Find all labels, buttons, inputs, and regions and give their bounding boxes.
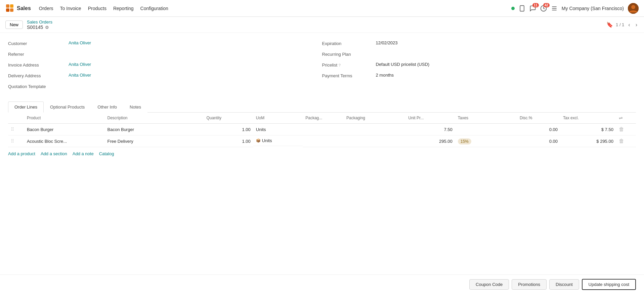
th-tax-excl: Tax excl.	[560, 113, 616, 124]
th-packaging1: Packag...	[303, 113, 344, 124]
pricelist-row: Pricelist ? Default USD pricelist (USD)	[322, 60, 636, 71]
customer-value[interactable]: Anita Oliver	[69, 40, 91, 45]
th-uom: UoM	[253, 113, 303, 124]
tab-order-lines[interactable]: Order Lines	[8, 101, 44, 113]
row2-tax-excl: $ 295.00	[560, 135, 616, 147]
settings-icon-btn[interactable]	[551, 5, 558, 12]
payment-terms-value[interactable]: 2 months	[376, 73, 394, 78]
pricelist-value[interactable]: Default USD pricelist (USD)	[376, 62, 430, 67]
tab-optional-products[interactable]: Optional Products	[44, 101, 91, 113]
expiration-value[interactable]: 12/02/2023	[376, 40, 398, 45]
row2-packaging1	[303, 135, 344, 147]
row1-quantity[interactable]: 1.00	[204, 124, 253, 135]
delivery-address-label: Delivery Address	[8, 73, 69, 78]
tab-notes[interactable]: Notes	[123, 101, 147, 113]
record-settings-icon[interactable]: ⚙	[45, 25, 49, 30]
breadcrumb-link[interactable]: Sales Orders	[27, 19, 52, 25]
app-logo[interactable]: Sales	[5, 4, 31, 13]
recurring-plan-row: Recurring Plan	[322, 49, 636, 60]
form-grid: Customer Anita Oliver Referrer Invoice A…	[8, 38, 636, 92]
svg-rect-0	[6, 4, 9, 8]
chat-icon-btn[interactable]: 11	[529, 5, 536, 12]
order-lines-table-container: Product Description Quantity UoM Packag.…	[0, 113, 644, 147]
new-button[interactable]: New	[5, 20, 23, 29]
activity-icon-btn[interactable]: 42	[540, 5, 547, 12]
settings-icon	[551, 5, 558, 12]
delivery-address-value[interactable]: Anita Oliver	[69, 73, 91, 78]
th-taxes: Taxes	[455, 113, 517, 124]
prev-record-button[interactable]: ‹	[627, 21, 631, 29]
row2-drag[interactable]: ⠿	[8, 135, 24, 147]
row2-quantity[interactable]: 1.00	[204, 135, 253, 147]
form-area: Customer Anita Oliver Referrer Invoice A…	[0, 33, 644, 97]
nav-to-invoice[interactable]: To Invoice	[60, 4, 81, 12]
referrer-label: Referrer	[8, 51, 69, 57]
chat-badge: 11	[532, 3, 539, 7]
row1-delete-button[interactable]: 🗑	[619, 126, 624, 132]
avatar[interactable]	[628, 3, 639, 14]
row1-drag[interactable]: ⠿	[8, 124, 24, 135]
svg-rect-2	[6, 8, 9, 12]
payment-terms-label: Payment Terms	[322, 73, 376, 78]
row2-delete[interactable]: 🗑	[616, 135, 636, 147]
row1-taxes	[455, 124, 517, 135]
payment-terms-row: Payment Terms 2 months	[322, 71, 636, 81]
row1-delete[interactable]: 🗑	[616, 124, 636, 135]
tab-other-info[interactable]: Other Info	[91, 101, 123, 113]
catalog-link[interactable]: Catalog	[99, 151, 114, 156]
row1-product[interactable]: Bacon Burger	[24, 124, 105, 135]
row2-delete-button[interactable]: 🗑	[619, 138, 624, 144]
row2-taxes: 15%	[455, 135, 517, 147]
add-section-link[interactable]: Add a section	[41, 151, 67, 156]
row1-disc[interactable]: 0.00	[517, 124, 560, 135]
pricelist-label: Pricelist ?	[322, 62, 376, 68]
logo-icon	[5, 4, 15, 13]
row2-uom[interactable]: 📦 Units	[253, 135, 303, 146]
row1-packaging1	[303, 124, 344, 135]
customer-label: Customer	[8, 40, 69, 46]
phone-icon-btn[interactable]	[519, 5, 525, 12]
bookmark-icon[interactable]: 🔖	[606, 22, 613, 28]
page-header: New Sales Orders S00145 ⚙ 🔖 1 / 1 ‹ ›	[0, 17, 644, 33]
row1-description[interactable]: Bacon Burger	[105, 124, 204, 135]
page-navigation: 🔖 1 / 1 ‹ ›	[606, 21, 639, 29]
table-row: ⠿ Acoustic Bloc Scre... Free Delivery 1.…	[8, 135, 636, 147]
invoice-address-value[interactable]: Anita Oliver	[69, 62, 91, 67]
svg-point-11	[631, 5, 635, 9]
row2-disc[interactable]: 0.00	[517, 135, 560, 147]
drag-handle-icon[interactable]: ⠿	[11, 127, 14, 132]
tabs: Order Lines Optional Products Other Info…	[8, 101, 636, 113]
row2-product[interactable]: Acoustic Bloc Scre...	[24, 135, 105, 147]
invoice-address-label: Invoice Address	[8, 62, 69, 68]
row2-description[interactable]: Free Delivery	[105, 135, 204, 147]
form-section-left: Customer Anita Oliver Referrer Invoice A…	[8, 38, 322, 92]
row2-unit-price[interactable]: 295.00	[405, 135, 455, 147]
nav-reporting[interactable]: Reporting	[113, 4, 134, 12]
packaging-icon: 📦	[256, 138, 261, 143]
expiration-label: Expiration	[322, 40, 376, 46]
row1-packaging2	[344, 124, 405, 135]
nav-products[interactable]: Products	[88, 4, 106, 12]
table-row: ⠿ Bacon Burger Bacon Burger 1.00 Units 7…	[8, 124, 636, 135]
nav-configuration[interactable]: Configuration	[140, 4, 168, 12]
company-name: My Company (San Francisco)	[562, 6, 624, 11]
quotation-template-row: Quotation Template	[8, 81, 322, 92]
expiration-row: Expiration 12/02/2023	[322, 38, 636, 49]
tax-badge: 15%	[458, 138, 471, 144]
nav-orders[interactable]: Orders	[39, 4, 53, 12]
add-product-link[interactable]: Add a product	[8, 151, 35, 156]
next-record-button[interactable]: ›	[634, 21, 639, 29]
svg-rect-1	[10, 4, 13, 8]
row1-unit-price[interactable]: 7.50	[405, 124, 455, 135]
add-links-row: Add a product Add a section Add a note C…	[0, 147, 644, 160]
drag-handle-icon[interactable]: ⠿	[11, 138, 14, 144]
th-disc: Disc.%	[517, 113, 560, 124]
add-note-link[interactable]: Add a note	[73, 151, 94, 156]
status-dot-icon	[511, 7, 515, 10]
column-adjust-icon[interactable]: ⇌	[619, 115, 623, 121]
pricelist-help-icon[interactable]: ?	[339, 63, 341, 67]
table-header: Product Description Quantity UoM Packag.…	[8, 113, 636, 124]
referrer-row: Referrer	[8, 49, 322, 60]
customer-row: Customer Anita Oliver	[8, 38, 322, 49]
row1-uom[interactable]: Units	[253, 124, 303, 135]
